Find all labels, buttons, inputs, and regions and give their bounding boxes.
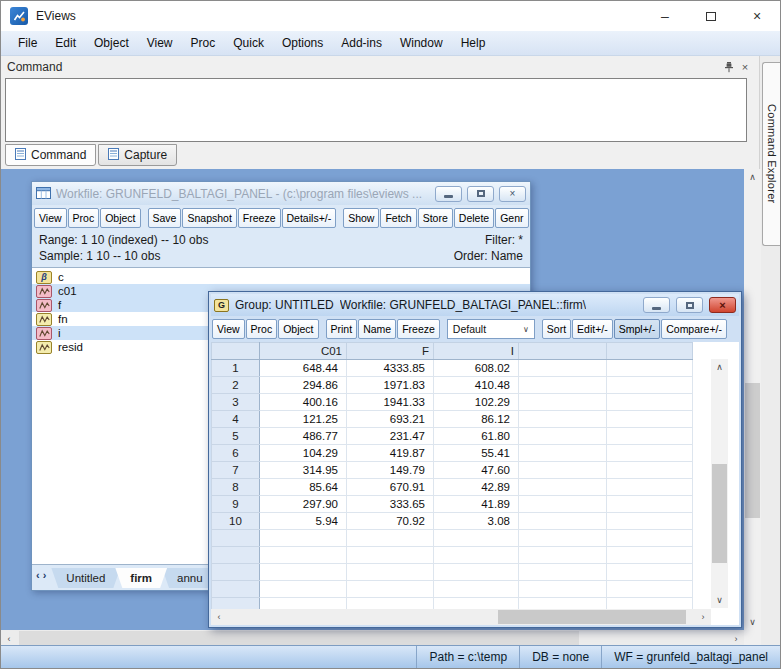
object-button[interactable]: Object <box>278 319 318 339</box>
obs-cell[interactable]: 2 <box>212 377 260 394</box>
store-button[interactable]: Store <box>418 208 453 228</box>
show-button[interactable]: Show <box>343 208 379 228</box>
menu-quick[interactable]: Quick <box>224 31 273 55</box>
cell[interactable] <box>519 513 607 530</box>
cell[interactable]: 486.77 <box>260 428 347 445</box>
pin-icon[interactable] <box>721 59 737 75</box>
cell[interactable]: 670.91 <box>347 479 434 496</box>
object-button[interactable]: Object <box>100 208 140 228</box>
delete-button[interactable]: Delete <box>454 208 494 228</box>
workfile-restore-button[interactable] <box>467 186 494 202</box>
cell[interactable]: 61.80 <box>434 428 519 445</box>
cell[interactable] <box>434 547 519 564</box>
cell[interactable] <box>347 547 434 564</box>
cell[interactable] <box>260 530 347 547</box>
cell[interactable] <box>607 462 693 479</box>
cell[interactable] <box>519 547 607 564</box>
page-tab-firm[interactable]: firm <box>115 568 167 588</box>
cell[interactable]: 5.94 <box>260 513 347 530</box>
cell[interactable] <box>260 564 347 581</box>
app-titlebar[interactable]: EViews – × <box>1 1 780 31</box>
obs-cell[interactable]: 4 <box>212 411 260 428</box>
cell[interactable]: 648.44 <box>260 360 347 377</box>
cell[interactable]: 297.90 <box>260 496 347 513</box>
object-row-c[interactable]: β c <box>32 270 530 284</box>
cell[interactable] <box>434 581 519 598</box>
cell[interactable] <box>260 581 347 598</box>
view-button[interactable]: View <box>212 319 245 339</box>
cell[interactable]: 102.29 <box>434 394 519 411</box>
cell[interactable] <box>519 360 607 377</box>
obs-cell[interactable]: 6 <box>212 445 260 462</box>
table-horizontal-scrollbar[interactable]: ‹ › <box>211 609 711 625</box>
cell[interactable] <box>607 377 693 394</box>
menu-object[interactable]: Object <box>85 31 138 55</box>
sample-text[interactable]: Sample: 1 10 -- 10 obs <box>39 248 160 264</box>
group-titlebar[interactable]: G Group: UNTITLED Workfile: GRUNFELD_BAL… <box>211 294 739 316</box>
cell[interactable] <box>519 394 607 411</box>
command-explorer-tab[interactable]: Command Explorer <box>762 62 780 246</box>
obs-cell[interactable]: 3 <box>212 394 260 411</box>
column-header-empty[interactable] <box>607 343 693 360</box>
menu-file[interactable]: File <box>9 31 46 55</box>
freeze-button[interactable]: Freeze <box>238 208 281 228</box>
menu-help[interactable]: Help <box>452 31 495 55</box>
cell[interactable]: 70.92 <box>347 513 434 530</box>
cell[interactable] <box>434 564 519 581</box>
cell[interactable] <box>519 411 607 428</box>
cell[interactable]: 231.47 <box>347 428 434 445</box>
cell[interactable]: 149.79 <box>347 462 434 479</box>
cell[interactable] <box>607 411 693 428</box>
scrollbar-track[interactable] <box>227 609 695 625</box>
freeze-button[interactable]: Freeze <box>397 319 440 339</box>
proc-button[interactable]: Proc <box>246 319 278 339</box>
cell[interactable] <box>347 581 434 598</box>
cell[interactable]: 47.60 <box>434 462 519 479</box>
maximize-button[interactable] <box>688 2 734 31</box>
cell[interactable] <box>519 445 607 462</box>
sort-button[interactable]: Sort <box>542 319 571 339</box>
group-minimize-button[interactable] <box>643 297 670 313</box>
details-button[interactable]: Details+/- <box>282 208 337 228</box>
snapshot-button[interactable]: Snapshot <box>182 208 236 228</box>
obs-cell[interactable] <box>212 564 260 581</box>
cell[interactable]: 294.86 <box>260 377 347 394</box>
workfile-titlebar[interactable]: Workfile: GRUNFELD_BALTAGI_PANEL - (c:\p… <box>32 182 530 205</box>
obs-cell[interactable]: 10 <box>212 513 260 530</box>
edit-button[interactable]: Edit+/- <box>572 319 613 339</box>
prev-page-icon[interactable]: ‹ <box>36 569 40 581</box>
column-header-empty[interactable] <box>519 343 607 360</box>
tab-capture[interactable]: Capture <box>98 144 177 166</box>
cell[interactable] <box>607 445 693 462</box>
close-button[interactable]: × <box>734 2 780 31</box>
obs-cell[interactable] <box>212 581 260 598</box>
menu-addins[interactable]: Add-ins <box>332 31 391 55</box>
menu-view[interactable]: View <box>138 31 182 55</box>
cell[interactable]: 4333.85 <box>347 360 434 377</box>
cell[interactable] <box>519 377 607 394</box>
save-button[interactable]: Save <box>148 208 182 228</box>
cell[interactable]: 104.29 <box>260 445 347 462</box>
menu-window[interactable]: Window <box>391 31 452 55</box>
scrollbar-thumb[interactable] <box>745 383 760 518</box>
cell[interactable] <box>519 496 607 513</box>
command-close-icon[interactable]: × <box>737 59 753 75</box>
obs-cell[interactable]: 8 <box>212 479 260 496</box>
command-input[interactable] <box>5 78 747 142</box>
cell[interactable] <box>607 428 693 445</box>
obs-cell[interactable] <box>212 547 260 564</box>
workfile-minimize-button[interactable] <box>435 186 462 202</box>
cell[interactable]: 400.16 <box>260 394 347 411</box>
menu-edit[interactable]: Edit <box>46 31 85 55</box>
obs-cell[interactable]: 1 <box>212 360 260 377</box>
cell[interactable] <box>434 530 519 547</box>
page-tab-untitled[interactable]: Untitled <box>51 568 120 588</box>
column-header-i[interactable]: I <box>434 343 519 360</box>
cell[interactable]: 333.65 <box>347 496 434 513</box>
group-close-button[interactable]: × <box>709 297 736 313</box>
menu-options[interactable]: Options <box>273 31 332 55</box>
cell[interactable]: 41.89 <box>434 496 519 513</box>
cell[interactable] <box>519 428 607 445</box>
cell[interactable] <box>607 564 693 581</box>
menu-proc[interactable]: Proc <box>182 31 225 55</box>
